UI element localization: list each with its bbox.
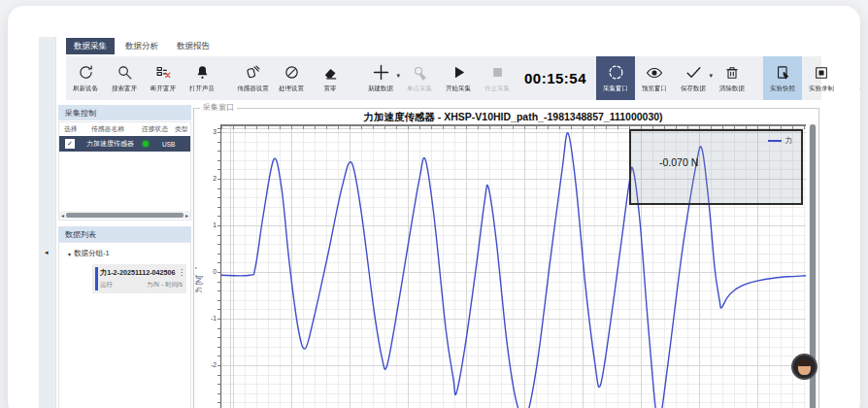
bt-off-icon bbox=[155, 64, 172, 82]
search-icon bbox=[117, 64, 133, 82]
data-item-axes: 力/N－时间/s bbox=[147, 281, 183, 289]
toolbar-button-label: 搜索蓝牙 bbox=[112, 84, 137, 92]
sensor-icon bbox=[245, 64, 261, 82]
toolbar-button-label: 公式计算 bbox=[859, 84, 860, 92]
data-list-panel-header: 数据列表 bbox=[58, 226, 191, 242]
main-toolbar: 刷新设备搜索蓝牙断开蓝牙打开声音传感器设置处理设置置零新建数据▾单点采集开始采集… bbox=[66, 56, 821, 100]
toolbar-button-open-sound[interactable]: 打开声音 bbox=[183, 56, 221, 100]
sensor-type: USB bbox=[162, 141, 175, 148]
toolbar-button-label: 刷新设备 bbox=[73, 84, 98, 92]
data-item-title: 力1-2-20251112-042506 bbox=[100, 268, 183, 278]
toolbar-button-label: 清除数据 bbox=[719, 84, 745, 92]
item-color-bar bbox=[95, 267, 98, 290]
toolbar-button-label: 停止采集 bbox=[484, 84, 510, 92]
connection-status-dot-icon bbox=[143, 141, 149, 147]
chart-y-axis-label: 力 [N] bbox=[194, 276, 204, 293]
sensor-col-header: 选择 bbox=[59, 124, 91, 134]
play-icon bbox=[451, 64, 467, 82]
sensor-table-hscrollbar[interactable]: ◂ ▸ bbox=[59, 211, 190, 219]
toolbar-button-sensor-settings[interactable]: 传感器设置 bbox=[233, 56, 272, 100]
tab-data-analysis[interactable]: 数据分析 bbox=[117, 38, 166, 54]
acquisition-panel-header: 采集控制 bbox=[58, 105, 191, 120]
toolbar-button-refresh-device[interactable]: 刷新设备 bbox=[66, 56, 105, 100]
y-tick-label: -1 bbox=[203, 315, 217, 322]
toolbar-button-save-data[interactable]: 保存数据▾ bbox=[674, 56, 713, 100]
assistant-avatar-button[interactable] bbox=[791, 354, 818, 380]
data-group-label: 数据分组-1 bbox=[74, 249, 110, 258]
toolbar-button-disconnect-bluetooth[interactable]: 断开蓝牙 bbox=[144, 56, 183, 100]
toolbar-button-single-point-collect: 单点采集 bbox=[400, 56, 439, 100]
y-tick-label: 2 bbox=[203, 175, 217, 182]
chart-annotation: -0.070 N bbox=[659, 156, 698, 168]
trash-icon bbox=[724, 64, 740, 82]
toolbar-button-label: 打开声音 bbox=[189, 84, 215, 92]
y-tick-label: 1 bbox=[203, 221, 217, 228]
toolbar-button-start-collect[interactable]: 开始采集 bbox=[439, 56, 478, 100]
toolbar-button-experiment-snapshot[interactable]: 实验快照 bbox=[763, 56, 802, 100]
toolbar-button-label: 采集窗口 bbox=[603, 84, 628, 92]
app-window: ◂ 数据采集数据分析数据报告 刷新设备搜索蓝牙断开蓝牙打开声音传感器设置处理设置… bbox=[8, 6, 860, 408]
toolbar-button-collect-window[interactable]: 采集窗口 bbox=[596, 56, 635, 100]
toolbar-button-search-bluetooth[interactable]: 搜索蓝牙 bbox=[105, 56, 144, 100]
sensor-col-header: 类型 bbox=[175, 124, 194, 134]
bell-icon bbox=[194, 64, 211, 82]
chart-top-ticks bbox=[220, 126, 806, 129]
toolbar-button-process-settings[interactable]: 处理设置 bbox=[272, 56, 311, 100]
hscroll-right-arrow-icon[interactable]: ▸ bbox=[184, 212, 190, 219]
hscroll-left-arrow-icon[interactable]: ◂ bbox=[59, 212, 66, 219]
pointer-icon bbox=[412, 64, 428, 82]
chart-plot-area[interactable]: -0.070 N 力 bbox=[220, 124, 806, 408]
toolbar-button-label: 置零 bbox=[324, 84, 337, 92]
chart-left-minor-ticks bbox=[217, 124, 220, 408]
collect-timer: 00:15:54 bbox=[524, 70, 586, 86]
stop-icon bbox=[490, 64, 505, 82]
chart-left-spine bbox=[220, 124, 221, 408]
assistant-avatar-icon bbox=[798, 361, 811, 375]
application-root: { "colors": { "accent_navy": "#3c4a66", … bbox=[0, 0, 868, 408]
toolbar-button-label: 实验录制 bbox=[809, 84, 834, 92]
plus-icon bbox=[371, 64, 391, 82]
toolbar-button-label: 预览窗口 bbox=[642, 84, 667, 92]
tab-data-collect[interactable]: 数据采集 bbox=[66, 38, 115, 54]
sensor-table-row[interactable]: ✓力加速度传感器USB bbox=[59, 136, 190, 152]
item-menu-dots-icon[interactable]: ⋮ bbox=[178, 268, 185, 277]
y-tick-label: -2 bbox=[203, 361, 217, 368]
data-list-panel-title: 数据列表 bbox=[65, 229, 96, 240]
data-list: ▾数据分组-1力1-2-20251112-042506运行力/N－时间/s⋮ bbox=[58, 242, 191, 408]
data-group-row[interactable]: ▾数据分组-1 bbox=[59, 243, 190, 262]
data-item-status: 运行 bbox=[100, 281, 113, 289]
sensor-table: 选择传感器名称连接状态类型 ✓力加速度传感器USB ◂ ▸ bbox=[58, 121, 191, 221]
sensor-name: 力加速度传感器 bbox=[86, 139, 134, 149]
record-icon bbox=[814, 64, 829, 82]
sensor-col-header: 传感器名称 bbox=[91, 124, 142, 134]
left-collapse-strip: ◂ bbox=[39, 37, 56, 408]
toolbar-button-set-zero[interactable]: 置零 bbox=[311, 56, 350, 100]
sensor-checkbox[interactable]: ✓ bbox=[65, 139, 75, 149]
toolbar-button-label: 开始采集 bbox=[446, 84, 471, 92]
group-expand-caret-icon[interactable]: ▾ bbox=[68, 251, 71, 257]
sensor-table-header: 选择传感器名称连接状态类型 bbox=[59, 122, 190, 136]
legend-line-swatch-icon bbox=[768, 140, 782, 142]
toolbar-button-experiment-record[interactable]: 实验录制 bbox=[802, 56, 841, 100]
sidebar-collapse-icon[interactable]: ◂ bbox=[45, 249, 49, 256]
hscroll-thumb[interactable] bbox=[66, 213, 184, 218]
eraser-icon bbox=[322, 64, 339, 82]
tab-data-report[interactable]: 数据报告 bbox=[169, 38, 217, 54]
data-list-item[interactable]: 力1-2-20251112-042506运行力/N－时间/s⋮ bbox=[92, 264, 186, 293]
refresh-icon bbox=[78, 64, 94, 82]
toolbar-button-label: 单点采集 bbox=[407, 84, 432, 92]
toolbar-button-stop-collect: 停止采集 bbox=[478, 56, 517, 100]
toolbar-button-label: 保存数据 bbox=[681, 84, 706, 92]
toolbar-button-label: 实验快照 bbox=[770, 84, 795, 92]
toolbar-button-preview-window[interactable]: 预览窗口 bbox=[635, 56, 674, 100]
toolbar-button-new-data[interactable]: 新建数据▾ bbox=[361, 56, 400, 100]
toolbar-button-clear-data[interactable]: 清除数据 bbox=[713, 56, 751, 100]
chart-legend: 力 bbox=[768, 136, 793, 146]
check-icon bbox=[684, 64, 703, 82]
toolbar-button-label: 传感器设置 bbox=[237, 84, 268, 92]
sensor-col-header: 连接状态 bbox=[142, 124, 175, 134]
chart-title: 力加速度传感器 - XHSP-V10HID_path_-1981348857_1… bbox=[220, 111, 806, 124]
acquisition-panel-title: 采集控制 bbox=[65, 108, 96, 119]
toolbar-button-label: 处理设置 bbox=[279, 84, 304, 92]
main-tabbar: 数据采集数据分析数据报告 bbox=[66, 38, 217, 54]
